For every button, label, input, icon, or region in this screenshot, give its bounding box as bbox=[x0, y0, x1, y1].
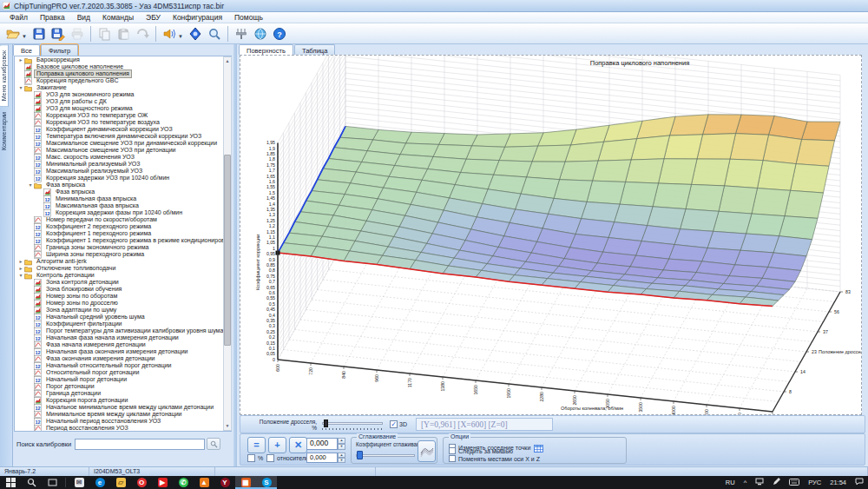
tree-item[interactable]: Зона блокировки обучения bbox=[15, 286, 231, 293]
save-as-button[interactable] bbox=[49, 25, 68, 43]
tree-item[interactable]: УОЗ для мощностного режима bbox=[15, 105, 231, 112]
ecu-diamond-button[interactable] bbox=[186, 25, 205, 43]
tree-item[interactable]: 12Минимальный реализуемый УОЗ bbox=[15, 161, 231, 168]
tray-keyboard-icon[interactable] bbox=[789, 479, 799, 487]
set-equal-button[interactable]: = bbox=[247, 437, 266, 453]
tree-item[interactable]: Номер зоны по дросселю bbox=[15, 300, 231, 307]
3d-checkbox[interactable]: ✓ bbox=[390, 420, 398, 428]
sound-dropdown-icon[interactable]: ▼ bbox=[178, 34, 183, 39]
taskbar-vlc[interactable]: ▲ bbox=[194, 476, 214, 489]
tree-item[interactable]: УОЗ для работы с ДК bbox=[15, 98, 231, 105]
menu-Помощь[interactable]: Помощь bbox=[228, 13, 269, 22]
tray-chat-icon[interactable] bbox=[855, 478, 864, 487]
menu-Команды[interactable]: Команды bbox=[96, 13, 140, 22]
taskbar-explorer[interactable]: ▱ bbox=[110, 476, 131, 489]
sync-globe-button[interactable] bbox=[251, 25, 270, 43]
tree-item[interactable]: Базовое цикловое наполнение bbox=[15, 63, 231, 70]
tree-item[interactable]: Номер зоны по оборотам bbox=[15, 293, 231, 300]
taskbar-task-view[interactable] bbox=[42, 476, 62, 489]
delete-button[interactable]: ✕ bbox=[289, 437, 307, 453]
percent-checkbox[interactable] bbox=[247, 454, 255, 462]
tree-item[interactable]: 12Начальный период восстановления УОЗ bbox=[15, 418, 231, 425]
search-input[interactable] bbox=[75, 439, 205, 450]
tree-item[interactable]: Коррекция УОЗ по температуре воздуха bbox=[15, 119, 231, 126]
scroll-down-icon[interactable]: ▼ bbox=[224, 422, 231, 430]
open-file-dropdown-icon[interactable]: ▼ bbox=[22, 34, 27, 39]
menu-Файл[interactable]: Файл bbox=[3, 13, 34, 22]
open-file-button[interactable] bbox=[3, 25, 23, 43]
tray-pen-icon[interactable] bbox=[773, 478, 780, 487]
tree-item[interactable]: 12Начальное минимальное время между цикл… bbox=[15, 404, 231, 411]
tree-item[interactable]: Порог детонации bbox=[15, 383, 231, 390]
collapse-icon[interactable]: ▾ bbox=[27, 182, 34, 188]
surface-plot[interactable]: 00,050,10,150,20,250,30,350,40,450,50,55… bbox=[240, 55, 862, 415]
tree-folder[interactable]: ▾Контроль детонации bbox=[15, 272, 231, 279]
tree-folder[interactable]: ▾Зажигание bbox=[15, 84, 231, 91]
taskbar-youtube[interactable]: ▶ bbox=[152, 476, 173, 489]
tree-item[interactable]: 12Макс. скорость изменения УОЗ bbox=[15, 154, 231, 161]
menu-Конфигурация[interactable]: Конфигурация bbox=[167, 13, 228, 22]
tree-item[interactable]: 12Коэффициент динамической коррекции УОЗ bbox=[15, 126, 231, 133]
tree-item[interactable]: Коррекция УОЗ по температуре ОЖ bbox=[15, 112, 231, 119]
tree-item[interactable]: Максимальное смещение УОЗ при детонации bbox=[15, 147, 231, 154]
help-button[interactable]: ? bbox=[270, 25, 289, 43]
tree-item[interactable]: 12Коррекция задержки фазы при 10240 об/м… bbox=[15, 209, 231, 216]
tab-Все[interactable]: Все bbox=[13, 44, 40, 56]
relative-edit[interactable]: 0,000 bbox=[306, 453, 338, 463]
tree-item[interactable]: Период восстановления УОЗ bbox=[15, 425, 231, 432]
tree-item[interactable]: 12Максимальный реализуемый УОЗ bbox=[15, 168, 231, 175]
smoothing-slider[interactable] bbox=[356, 451, 415, 459]
taskbar-skype[interactable]: S bbox=[256, 476, 277, 489]
tree-item[interactable]: 12Порог температуры для активизации кали… bbox=[15, 327, 231, 334]
tree-item[interactable]: 12Температура включения динамической кор… bbox=[15, 133, 231, 140]
taskbar-chiptuning[interactable]: ▦ bbox=[235, 476, 256, 489]
smoothing-slider-thumb[interactable] bbox=[357, 451, 363, 459]
taskbar-start[interactable] bbox=[0, 476, 21, 489]
tree-item[interactable]: 12Коэффициент 1 переходного режима bbox=[15, 230, 231, 237]
scroll-up-icon[interactable]: ▲ bbox=[224, 57, 231, 65]
tree-item[interactable]: Номер передачи по скорости/оборотам bbox=[15, 216, 231, 223]
tray-network-icon[interactable] bbox=[755, 478, 764, 487]
tree-item[interactable]: 12Коэффициент фильтрации bbox=[15, 320, 231, 327]
tree-item[interactable]: 12Начальная фаза начала измерения детона… bbox=[15, 334, 231, 341]
tab-Поверхность[interactable]: Поверхность bbox=[239, 44, 293, 55]
taskbar-opera[interactable]: O bbox=[131, 476, 152, 489]
tree-item[interactable]: Минимальное время между циклами детонаци… bbox=[15, 411, 231, 418]
tree-item[interactable]: Коррекция порога детонации bbox=[15, 397, 231, 404]
tree-folder[interactable]: ▸Барокоррекция bbox=[15, 56, 231, 63]
option-checkbox[interactable] bbox=[449, 447, 456, 454]
slider-track[interactable] bbox=[322, 422, 383, 425]
smoothing-slider-track[interactable] bbox=[356, 454, 415, 457]
taskbar-browser-red[interactable]: Y bbox=[214, 476, 235, 489]
menu-Вид[interactable]: Вид bbox=[71, 13, 96, 22]
relative-checkbox[interactable] bbox=[266, 454, 274, 462]
tray-label-РУС[interactable]: РУС bbox=[808, 479, 821, 486]
tree-item[interactable]: Граница детонации bbox=[15, 390, 231, 397]
tree-item[interactable]: Поправка циклового наполнения bbox=[15, 70, 231, 77]
value-edit[interactable]: 0,000 bbox=[306, 438, 338, 450]
option-checkbox[interactable] bbox=[449, 455, 456, 462]
side-tab-calibrations[interactable]: Меню калибровок bbox=[0, 44, 9, 107]
tree-item[interactable]: 12Начальный средний уровень шума bbox=[15, 314, 231, 320]
collapse-icon[interactable]: ▾ bbox=[17, 272, 24, 279]
tree-item[interactable]: 12Начальный относительный порог детонаци… bbox=[15, 362, 231, 369]
menu-Правка[interactable]: Правка bbox=[34, 13, 71, 22]
tree-item[interactable]: Фаза начала измерения детонации bbox=[15, 341, 231, 348]
save-button[interactable] bbox=[30, 25, 49, 43]
tree-item[interactable]: 12Коэффициент 2 переходного режима bbox=[15, 223, 231, 230]
tree-item[interactable]: УОЗ для экономичного режима bbox=[15, 91, 231, 98]
taskbar-mail[interactable]: ✉ bbox=[69, 476, 89, 489]
search-button[interactable] bbox=[205, 25, 224, 43]
tree-item[interactable]: Относительный порог детонации bbox=[15, 369, 231, 376]
slider-thumb[interactable] bbox=[324, 420, 328, 427]
tree-item[interactable]: Граница зоны экономичного режима bbox=[15, 244, 231, 251]
taskbar-search[interactable] bbox=[21, 476, 42, 489]
tray-label-^[interactable]: ^ bbox=[744, 479, 747, 486]
tree-item[interactable]: Зона контроля детонации bbox=[15, 279, 231, 286]
tab-Фильтр[interactable]: Фильтр bbox=[41, 44, 78, 56]
tab-Таблица[interactable]: Таблица bbox=[294, 44, 335, 55]
tree-item[interactable]: 12Начальный порог детонации bbox=[15, 376, 231, 383]
side-tab-comments[interactable]: Комментарии bbox=[0, 107, 8, 155]
tree-scrollbar[interactable]: ▲ ▼ bbox=[223, 56, 232, 431]
collapse-icon[interactable]: ▾ bbox=[17, 84, 24, 91]
